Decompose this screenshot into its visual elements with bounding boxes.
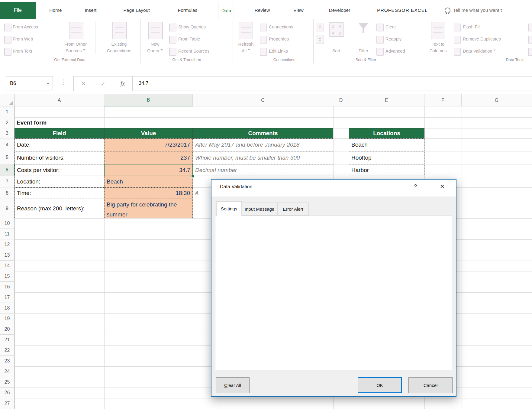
enter-entry-icon[interactable]: ✓	[101, 80, 105, 87]
cell-a9[interactable]: Reason (max 200. letters):	[15, 199, 104, 218]
from-other-sources-button[interactable]: From Other	[53, 42, 98, 47]
row-header-14[interactable]: 14	[0, 261, 15, 271]
column-header-E[interactable]: E	[349, 94, 424, 106]
cell-b3-value-header[interactable]: Value	[104, 128, 193, 138]
cell-a5[interactable]: Number of visitors:	[15, 151, 104, 164]
cell-b9[interactable]: Big party for celebrating the summer	[104, 199, 193, 218]
connections-button[interactable]: Connections	[269, 24, 293, 30]
row-header-3[interactable]: 3	[0, 128, 15, 138]
tab-view[interactable]: View	[291, 2, 306, 19]
flash-fill-button[interactable]: Flash Fill	[463, 24, 480, 30]
dialog-title-bar[interactable]: Data Validation ? ✕	[211, 180, 456, 196]
from-access-button[interactable]: From Access	[13, 24, 38, 30]
remove-duplicates-button[interactable]: Remove Duplicates	[463, 36, 501, 42]
column-header-D[interactable]: D	[333, 94, 349, 106]
fill-handle[interactable]	[191, 175, 194, 178]
formula-bar-handle[interactable]	[63, 78, 64, 89]
sort-za-icon[interactable]: ZA	[316, 35, 324, 44]
cancel-entry-icon[interactable]: ✕	[81, 80, 86, 87]
row-header-6[interactable]: 6	[0, 164, 15, 176]
cell-a7[interactable]: Location:	[15, 176, 104, 187]
row-header-17[interactable]: 17	[0, 292, 15, 303]
cell-b5[interactable]: 237	[104, 151, 193, 164]
cell-a6[interactable]: Costs per visitor:	[15, 164, 104, 176]
name-box[interactable]: B6	[6, 76, 53, 90]
close-icon[interactable]: ✕	[438, 183, 447, 193]
from-other-sources-button-line2[interactable]: Sources	[53, 48, 98, 53]
column-header-G[interactable]: G	[462, 94, 532, 106]
tab-file[interactable]: File	[0, 2, 36, 19]
cancel-button[interactable]: Cancel	[408, 377, 453, 393]
ok-button[interactable]: OK	[358, 377, 402, 393]
recent-sources-button[interactable]: Recent Sources	[178, 48, 209, 54]
row-header-11[interactable]: 11	[0, 229, 15, 239]
cell-e5[interactable]: Rooftop	[349, 151, 424, 164]
row-header-26[interactable]: 26	[0, 388, 15, 398]
column-header-C[interactable]: C	[193, 94, 333, 106]
row-header-24[interactable]: 24	[0, 366, 15, 377]
tell-me-box[interactable]: Tell me what you want t	[445, 2, 502, 19]
tab-formulas[interactable]: Formulas	[176, 2, 200, 19]
cell-e4[interactable]: Beach	[349, 138, 424, 151]
from-table-button[interactable]: From Table	[178, 36, 200, 42]
advanced-filter-button[interactable]: Advanced	[385, 48, 405, 54]
select-all-corner[interactable]	[0, 94, 15, 106]
cell-b7[interactable]: Beach	[104, 176, 193, 187]
row-header-2[interactable]: 2	[0, 117, 15, 128]
column-header-F[interactable]: F	[424, 94, 462, 106]
row-header-15[interactable]: 15	[0, 271, 15, 282]
row-header-27[interactable]: 27	[0, 398, 15, 409]
row-header-7[interactable]: 7	[0, 176, 15, 187]
cell-a3-field-header[interactable]: Field	[15, 128, 104, 138]
tab-home[interactable]: Home	[47, 2, 64, 19]
row-header-10[interactable]: 10	[0, 218, 15, 229]
cell-c6[interactable]: Decimal number	[193, 164, 333, 176]
tab-insert[interactable]: Insert	[82, 2, 99, 19]
edit-links-button[interactable]: Edit Links	[269, 48, 288, 54]
row-header-19[interactable]: 19	[0, 313, 15, 324]
cell-a4[interactable]: Date:	[15, 138, 104, 151]
tab-input-message[interactable]: Input Message	[242, 203, 277, 216]
tab-developer[interactable]: Developer	[327, 2, 353, 19]
row-header-5[interactable]: 5	[0, 151, 15, 164]
row-header-18[interactable]: 18	[0, 303, 15, 313]
cell-b4[interactable]: 7/23/2017	[104, 138, 193, 151]
row-header-22[interactable]: 22	[0, 345, 15, 356]
help-icon[interactable]: ?	[411, 183, 419, 192]
cell-e3-locations-header[interactable]: Locations	[349, 128, 424, 138]
row-header-13[interactable]: 13	[0, 250, 15, 261]
cell-c4[interactable]: After May 2017 and before January 2018	[193, 138, 333, 151]
properties-button[interactable]: Properties	[269, 36, 289, 42]
tab-page-layout[interactable]: Page Layout	[121, 2, 152, 19]
insert-function-icon[interactable]: fx	[121, 80, 125, 87]
from-text-button[interactable]: From Text	[13, 48, 32, 54]
cell-b8[interactable]: 18:30	[104, 187, 193, 199]
row-header-23[interactable]: 23	[0, 356, 15, 366]
cell-e6[interactable]: Harbor	[349, 164, 424, 176]
tab-settings[interactable]: Settings	[216, 201, 242, 216]
row-header-12[interactable]: 12	[0, 239, 15, 250]
name-box-caret-icon[interactable]	[47, 83, 50, 86]
cell-c8-fragment[interactable]: A	[193, 187, 211, 199]
clear-all-button[interactable]: Clear All	[216, 377, 250, 393]
row-header-4[interactable]: 4	[0, 138, 15, 151]
cell-a2[interactable]: Event form	[15, 117, 104, 128]
data-validation-button[interactable]: Data Validation	[463, 48, 496, 54]
formula-input[interactable]: 34.7	[133, 76, 532, 90]
row-header-8[interactable]: 8	[0, 187, 15, 199]
row-header-1[interactable]: 1	[0, 106, 15, 117]
reapply-button[interactable]: Reapply	[385, 36, 401, 42]
tab-professor-excel[interactable]: PROFESSOR EXCEL	[375, 2, 430, 19]
clear-filter-button[interactable]: Clear	[385, 24, 396, 30]
row-header-16[interactable]: 16	[0, 282, 15, 292]
from-web-button[interactable]: From Web	[13, 36, 33, 42]
cell-c3-comments-header[interactable]: Comments	[193, 128, 333, 138]
cell-a8[interactable]: Time:	[15, 187, 104, 199]
column-header-A[interactable]: A	[15, 94, 104, 106]
tab-data[interactable]: Data	[219, 2, 234, 19]
row-header-20[interactable]: 20	[0, 324, 15, 335]
show-queries-button[interactable]: Show Queries	[178, 24, 206, 30]
tab-review[interactable]: Review	[252, 2, 272, 19]
row-header-9[interactable]: 9	[0, 199, 15, 218]
tab-error-alert[interactable]: Error Alert	[277, 203, 309, 216]
